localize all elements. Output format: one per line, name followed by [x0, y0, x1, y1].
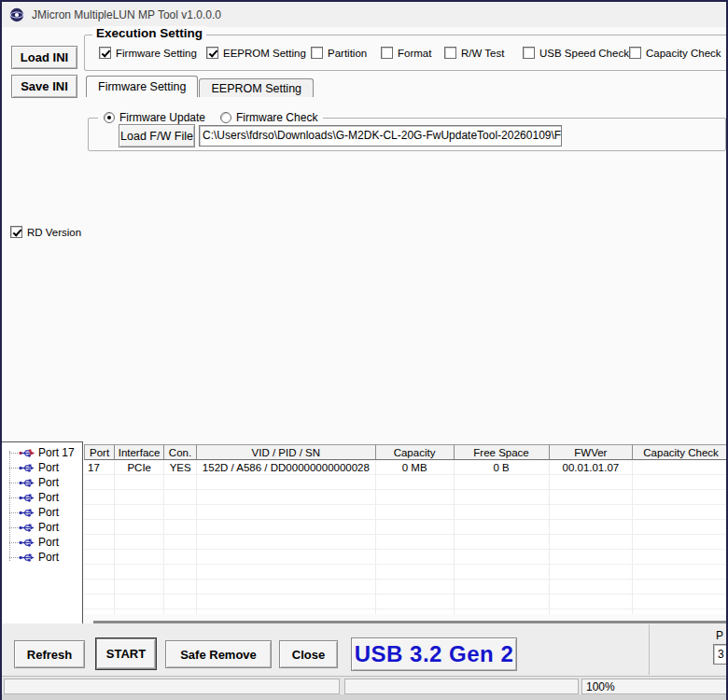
footer-bar: Refresh START Safe Remove Close USB 3.2 … — [2, 623, 728, 676]
usb-port-icon — [19, 523, 35, 533]
cell-vid-pid-sn: 152D / A586 / DD00000000000028 — [197, 460, 376, 475]
port-label: Port — [38, 551, 59, 564]
table-header-row: Port Interface Con. VID / PID / SN Capac… — [84, 444, 728, 460]
cell-capacity-check — [633, 460, 728, 475]
checkbox-box[interactable] — [629, 47, 641, 59]
load-ini-button[interactable]: Load INI — [11, 46, 77, 69]
load-fw-file-button[interactable]: Load F/W File — [119, 124, 195, 147]
checkbox-box[interactable] — [311, 47, 323, 59]
progress-percent-pane: 100% — [581, 679, 728, 694]
cell-capacity: 0 MB — [376, 460, 455, 475]
checkbox-label: R/W Test — [461, 48, 504, 59]
usb-port-icon — [19, 538, 35, 548]
column-header-free-space[interactable]: Free Space — [455, 444, 550, 460]
start-button[interactable]: START — [96, 638, 156, 669]
table-empty-row — [84, 580, 728, 595]
table-empty-row — [84, 609, 728, 614]
port-tree-item[interactable]: Port — [7, 475, 82, 490]
port-label: Port — [38, 461, 59, 474]
usb-port-icon — [19, 553, 35, 563]
save-ini-button[interactable]: Save INI — [11, 75, 77, 98]
usb-port-icon — [19, 448, 35, 458]
usb-port-icon — [19, 478, 35, 488]
port-tree-item[interactable]: Port — [7, 520, 82, 535]
refresh-button[interactable]: Refresh — [14, 640, 85, 668]
port-label: Port — [38, 491, 59, 504]
close-button[interactable]: Close — [279, 640, 338, 668]
radio-firmware-update[interactable]: Firmware Update — [104, 111, 205, 124]
radio-firmware-check[interactable]: Firmware Check — [220, 111, 317, 124]
checkbox-label: USB Speed Check — [539, 48, 629, 59]
port-tree-panel: Port 17 Port Port Port Port — [2, 441, 83, 635]
port-label: Port — [38, 506, 59, 519]
table-empty-row — [84, 550, 728, 565]
status-bar: 100% — [2, 676, 728, 694]
checkbox-partition[interactable]: Partition — [311, 47, 367, 59]
window-title: JMicron MultipleLUN MP Tool v1.0.0.0 — [32, 8, 221, 21]
device-table: Port Interface Con. VID / PID / SN Capac… — [84, 444, 728, 614]
window-bottom-edge — [2, 694, 728, 700]
app-logo-icon — [9, 7, 24, 22]
footer-divider — [649, 624, 650, 675]
port-label: Port — [38, 521, 59, 534]
checkbox-label: Partition — [328, 48, 367, 59]
checkbox-rw-test[interactable]: R/W Test — [444, 47, 504, 59]
checkbox-box[interactable] — [444, 47, 456, 59]
tab-eeprom-setting[interactable]: EEPROM Setting — [199, 78, 314, 97]
column-header-capacity-check[interactable]: Capacity Check — [633, 444, 728, 460]
tab-firmware-setting[interactable]: Firmware Setting — [86, 76, 198, 97]
column-header-interface[interactable]: Interface — [115, 444, 164, 460]
checkbox-label: Capacity Check — [646, 48, 721, 59]
port-tree-item[interactable]: Port 17 — [7, 445, 82, 460]
column-header-port[interactable]: Port — [84, 444, 115, 460]
port-count-field[interactable]: 3 — [713, 644, 728, 665]
firmware-path-input[interactable]: C:\Users\fdrso\Downloads\G-M2DK-CL-20G-F… — [199, 125, 562, 147]
radio-button[interactable] — [104, 112, 115, 123]
column-header-fwver[interactable]: FWVer — [550, 444, 634, 460]
port-tree-item[interactable]: Port — [7, 535, 82, 550]
table-empty-row — [84, 520, 728, 535]
radio-label: Firmware Check — [236, 111, 317, 124]
radio-label: Firmware Update — [119, 111, 205, 124]
settings-tab-bar: Firmware Setting EEPROM Setting — [86, 76, 314, 97]
status-pane — [344, 679, 579, 694]
port-tree-item[interactable]: Port — [7, 460, 82, 475]
table-empty-row — [84, 505, 728, 520]
column-header-con[interactable]: Con. — [164, 444, 197, 460]
port-tree-item[interactable]: Port — [7, 550, 82, 565]
port-tree-item[interactable]: Port — [7, 505, 82, 520]
cell-fwver: 00.01.01.07 — [550, 460, 634, 475]
table-row[interactable]: 17 PCIe YES 152D / A586 / DD000000000000… — [84, 460, 728, 475]
rd-version-checkbox[interactable]: RD Version — [10, 226, 81, 238]
port-count-label: P — [716, 629, 723, 642]
column-header-vid-pid-sn[interactable]: VID / PID / SN — [197, 444, 376, 460]
cell-free-space: 0 B — [455, 460, 550, 475]
cell-con: YES — [164, 460, 197, 475]
cell-interface: PCIe — [115, 460, 164, 475]
radio-button[interactable] — [220, 112, 231, 123]
checkbox-format[interactable]: Format — [381, 47, 431, 59]
table-empty-row — [84, 535, 728, 550]
port-label: Port — [38, 476, 59, 489]
usb-port-icon — [19, 493, 35, 503]
execution-setting-group: Execution Setting Firmware Setting EEPRO… — [84, 35, 728, 71]
checkbox-usb-speed-check[interactable]: USB Speed Check — [523, 47, 629, 59]
table-empty-row — [84, 565, 728, 580]
checkbox-eeprom-setting[interactable]: EEPROM Setting — [206, 47, 306, 59]
checkbox-box[interactable] — [99, 47, 111, 59]
table-empty-row — [84, 490, 728, 505]
checkbox-box[interactable] — [206, 47, 218, 59]
port-tree-item[interactable]: Port — [7, 490, 82, 505]
column-header-capacity[interactable]: Capacity — [376, 444, 455, 460]
rd-version-checkbox-box[interactable] — [10, 226, 22, 238]
port-label: Port — [38, 536, 59, 549]
table-empty-row — [84, 595, 728, 609]
checkbox-capacity-check[interactable]: Capacity Check — [629, 47, 721, 59]
checkbox-box[interactable] — [381, 47, 393, 59]
port-label: Port 17 — [38, 446, 75, 459]
checkbox-label: Firmware Setting — [116, 48, 197, 59]
usb-port-icon — [19, 508, 35, 518]
checkbox-firmware-setting[interactable]: Firmware Setting — [99, 47, 197, 59]
checkbox-box[interactable] — [523, 47, 535, 59]
safe-remove-button[interactable]: Safe Remove — [165, 640, 272, 668]
